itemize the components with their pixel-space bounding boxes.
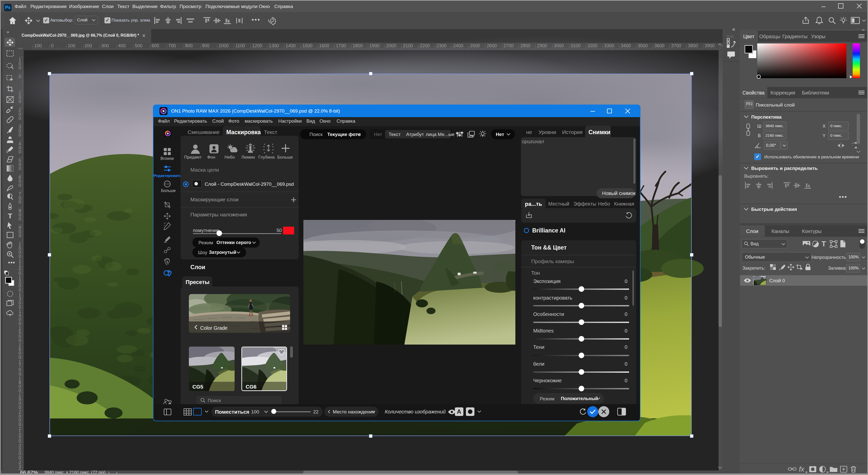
svg-text:T: T: [8, 212, 12, 220]
